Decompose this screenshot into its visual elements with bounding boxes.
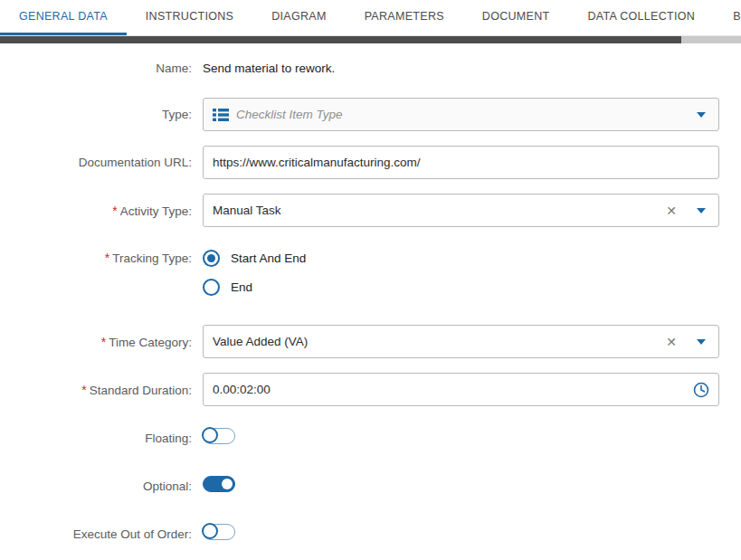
clear-icon[interactable]: ✕: [666, 204, 677, 217]
radio-button[interactable]: [203, 279, 220, 296]
execute-out-of-order-row: Execute Out of Order:: [0, 524, 741, 544]
chevron-down-icon[interactable]: [697, 339, 706, 345]
tracking-type-row: *Tracking Type: Start And End End: [0, 246, 741, 299]
type-placeholder: Checklist Item Type: [236, 108, 343, 121]
radio-option-start-and-end[interactable]: Start And End: [203, 250, 719, 267]
standard-duration-input[interactable]: 0.00:02:00: [203, 373, 719, 406]
tab-general-data[interactable]: GENERAL DATA: [0, 0, 127, 35]
clock-icon[interactable]: [693, 382, 709, 398]
chevron-down-icon[interactable]: [697, 208, 706, 214]
optional-row: Optional:: [0, 476, 741, 496]
activity-type-value: Manual Task: [213, 204, 281, 217]
execute-out-of-order-label: Execute Out of Order:: [0, 527, 192, 541]
radio-label: Start And End: [231, 252, 306, 265]
documentation-url-input[interactable]: [203, 146, 719, 179]
type-dropdown[interactable]: Checklist Item Type: [203, 98, 719, 131]
time-category-value: Value Added (VA): [213, 335, 308, 348]
time-category-label: *Time Category:: [0, 335, 192, 349]
execute-out-of-order-toggle[interactable]: [203, 524, 235, 540]
general-data-form: Name: Send material to rework. Type: Che…: [0, 43, 741, 544]
tracking-type-label: *Tracking Type:: [0, 246, 192, 265]
required-asterisk: *: [81, 383, 86, 397]
documentation-url-row: Documentation URL:: [0, 146, 741, 179]
optional-label: Optional:: [0, 479, 192, 493]
floating-label: Floating:: [0, 432, 192, 445]
required-asterisk: *: [105, 251, 109, 265]
required-asterisk: *: [101, 335, 106, 349]
type-label: Type:: [0, 108, 192, 121]
chevron-down-icon[interactable]: [697, 112, 706, 118]
horizontal-scrollbar[interactable]: [0, 36, 741, 43]
tab-parameters[interactable]: PARAMETERS: [346, 0, 463, 35]
standard-duration-label-text: Standard Duration:: [90, 384, 192, 397]
standard-duration-value: 0.00:02:00: [213, 383, 271, 396]
tab-bom[interactable]: BOM: [714, 0, 741, 35]
standard-duration-row: *Standard Duration: 0.00:02:00: [0, 373, 741, 406]
name-label: Name:: [0, 62, 192, 75]
activity-type-label-text: Activity Type:: [120, 204, 192, 218]
tab-document[interactable]: DOCUMENT: [463, 0, 569, 35]
activity-type-dropdown[interactable]: Manual Task ✕: [203, 194, 719, 227]
tracking-type-label-text: Tracking Type:: [112, 252, 192, 265]
time-category-dropdown[interactable]: Value Added (VA) ✕: [203, 325, 719, 358]
name-value: Send material to rework.: [203, 62, 719, 75]
time-category-label-text: Time Category:: [109, 336, 192, 349]
clear-icon[interactable]: ✕: [666, 336, 677, 348]
radio-option-end[interactable]: End: [203, 279, 719, 296]
checklist-type-icon: [213, 108, 229, 122]
scrollbar-thumb[interactable]: [0, 36, 681, 43]
floating-toggle[interactable]: [203, 428, 235, 444]
tracking-type-radio-group: Start And End End: [203, 246, 719, 299]
required-asterisk: *: [112, 204, 117, 218]
activity-type-label: *Activity Type:: [0, 204, 192, 218]
tab-instructions[interactable]: INSTRUCTIONS: [127, 0, 252, 35]
name-row: Name: Send material to rework.: [0, 62, 741, 75]
radio-label: End: [231, 280, 252, 294]
optional-toggle[interactable]: [203, 476, 235, 492]
activity-type-row: *Activity Type: Manual Task ✕: [0, 194, 741, 227]
radio-button[interactable]: [203, 250, 220, 267]
type-row: Type: Checklist Item Type: [0, 98, 741, 131]
documentation-url-label: Documentation URL:: [0, 156, 192, 169]
standard-duration-label: *Standard Duration:: [0, 383, 192, 397]
tab-data-collection[interactable]: DATA COLLECTION: [568, 0, 714, 35]
time-category-row: *Time Category: Value Added (VA) ✕: [0, 325, 741, 358]
tab-diagram[interactable]: DIAGRAM: [252, 0, 345, 35]
tab-bar: GENERAL DATAINSTRUCTIONSDIAGRAMPARAMETER…: [0, 0, 741, 36]
floating-row: Floating:: [0, 428, 741, 448]
